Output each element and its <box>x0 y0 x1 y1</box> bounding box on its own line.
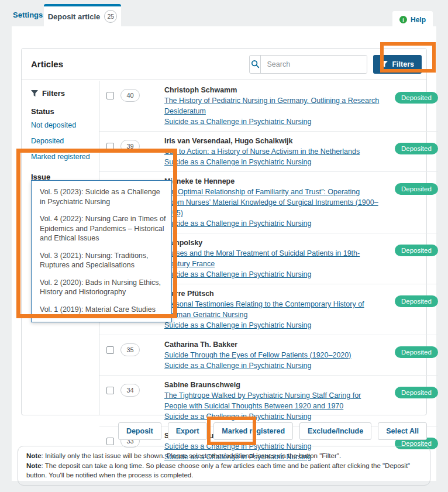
status-column: Deposited <box>380 339 438 371</box>
row-checkbox[interactable] <box>106 143 114 150</box>
article-issue: Suicide as a Challenge in Psychiatric Nu… <box>164 157 380 167</box>
article-title-link[interactable]: The History of Pediatric Nursing in Germ… <box>164 97 379 115</box>
table-row: 34Sabine BraunschweigThe Tightrope Walke… <box>99 376 438 426</box>
status-link-marked-registered[interactable]: Marked registered <box>31 153 99 161</box>
articles-header: Articles Filters <box>22 49 426 80</box>
article-issue-link[interactable]: Suicide as a Challenge in Psychiatric Nu… <box>164 270 312 278</box>
article-title-link[interactable]: Call to Action: a History of Nurse Activ… <box>164 147 360 156</box>
deposit-button[interactable]: Deposit <box>118 422 161 440</box>
article-id-chip: 39 <box>120 140 140 153</box>
status-link-not-deposited[interactable]: Not deposited <box>31 121 99 129</box>
table-row: 39Iris van Versendaal, Hugo SchalkwijkCa… <box>99 132 438 172</box>
article-title-link[interactable]: “An Optimal Relationship of Familiarity … <box>164 188 378 217</box>
article-title-link[interactable]: The Tightrope Walked by Psychiatric Nurs… <box>164 391 361 410</box>
issue-option[interactable]: Vol. 4 (2022): Nursing Care in Times of … <box>32 214 171 243</box>
select-all-button[interactable]: Select All <box>378 422 427 440</box>
tab-deposit-article-label: Deposit article <box>48 12 101 21</box>
status-badge: Deposited <box>395 245 438 256</box>
article-id-chip: 34 <box>120 384 140 397</box>
article-authors: Yampolsky <box>164 238 380 248</box>
status-badge: Deposited <box>395 346 438 358</box>
article-authors: Mieneke te Hennepe <box>164 176 380 187</box>
tab-deposit-article[interactable]: Deposit article 25 <box>44 4 121 26</box>
article-id-chip: 40 <box>120 89 140 102</box>
note-label: Note <box>26 452 42 459</box>
table-row: 35Catharina Th. BakkerSuicide Through th… <box>99 335 438 376</box>
status-link-deposited[interactable]: Deposited <box>31 137 99 145</box>
note-text: : Initially only the last issue will be … <box>42 452 342 459</box>
note-line: Note: Initially only the last issue will… <box>26 451 422 461</box>
status-badge: Deposited <box>395 143 438 154</box>
issue-option[interactable]: Vol. 3 (2021): Nursing: Traditions, Rupt… <box>32 251 171 270</box>
article-authors: Catharina Th. Bakker <box>164 339 380 350</box>
help-button[interactable]: i Help <box>392 11 433 28</box>
article-issue-link[interactable]: Suicide as a Challenge in Psychiatric Nu… <box>164 321 312 329</box>
article-issue-link[interactable]: Suicide as a Challenge in Psychiatric Nu… <box>164 219 312 228</box>
article-authors: Christoph Schwamm <box>164 85 380 95</box>
status-column: Deposited <box>380 238 438 280</box>
status-column: Deposited <box>380 288 438 331</box>
marked-registered-button[interactable]: Marked registered <box>213 422 293 440</box>
article-info: Mieneke te Hennepe“An Optimal Relationsh… <box>164 176 380 229</box>
article-info: Iris van Versendaal, Hugo SchalkwijkCall… <box>164 136 380 167</box>
article-issue: Suicide as a Challenge in Psychiatric Nu… <box>164 411 380 422</box>
page: Settings Deposit article 25 i Help Artic… <box>0 0 448 492</box>
export-button[interactable]: Export <box>168 422 208 440</box>
articles-title: Articles <box>31 59 63 69</box>
article-info: Christoph SchwammThe History of Pediatri… <box>164 85 380 127</box>
tab-settings[interactable]: Settings <box>13 11 43 19</box>
article-title-link[interactable]: Personal Testimonies Relating to the Con… <box>164 300 364 319</box>
note-line: Note: The deposit can take a long time. … <box>26 461 422 480</box>
table-row: 40Christoph SchwammThe History of Pediat… <box>99 81 438 132</box>
help-label: Help <box>411 16 426 24</box>
row-checkbox[interactable] <box>106 387 114 394</box>
filters-button[interactable]: Filters <box>373 55 422 74</box>
funnel-icon <box>381 61 388 67</box>
note-text: : The deposit can take a long time. So p… <box>26 462 410 479</box>
article-info: Pierre PfütschPersonal Testimonies Relat… <box>164 288 380 331</box>
note-label: Note <box>26 462 42 469</box>
search-input[interactable] <box>261 56 367 73</box>
status-column: Deposited <box>380 380 438 422</box>
article-issue: Suicide as a Challenge in Psychiatric Nu… <box>164 269 380 280</box>
search-box <box>249 55 367 74</box>
status-badge: Deposited <box>395 295 438 307</box>
article-issue-link[interactable]: Suicide as a Challenge in Psychiatric Nu… <box>164 412 312 421</box>
article-title-link[interactable]: Suicide Through the Eyes of Fellow Patie… <box>164 351 351 359</box>
exclude-include-button[interactable]: Exclude/Include <box>299 422 371 440</box>
issue-option[interactable]: Vol. 5 (2023): Suicide as a Challenge in… <box>32 187 171 207</box>
issue-option[interactable]: Vol. 2 (2020): Bads in Nursing Ethics, H… <box>32 278 171 297</box>
article-issue-link[interactable]: Suicide as a Challenge in Psychiatric Nu… <box>164 158 312 166</box>
status-column: Deposited <box>380 85 438 127</box>
filters-button-label: Filters <box>392 60 414 68</box>
notes-box: Note: Initially only the last issue will… <box>18 446 430 486</box>
article-info: Catharina Th. BakkerSuicide Through the … <box>164 339 380 371</box>
funnel-icon <box>31 90 38 97</box>
tab-bar: Settings Deposit article 25 i Help <box>0 0 448 26</box>
issue-option[interactable]: Vol. 1 (2019): Material Care Studies <box>32 305 171 315</box>
status-badge: Deposited <box>395 183 438 195</box>
status-heading: Status <box>31 107 99 116</box>
article-info: Sabine BraunschweigThe Tightrope Walked … <box>164 380 380 422</box>
article-id-chip: 35 <box>120 343 140 356</box>
article-issue-link[interactable]: Suicide as a Challenge in Psychiatric Nu… <box>164 118 312 126</box>
sidebar-filters-heading: Filters <box>31 89 99 98</box>
status-badge: Deposited <box>395 92 438 104</box>
article-authors: Sabine Braunschweig <box>164 380 380 390</box>
article-issue-link[interactable]: Suicide as a Challenge in Psychiatric Nu… <box>164 362 312 370</box>
deposit-count-badge: 25 <box>104 10 117 23</box>
article-issue: Suicide as a Challenge in Psychiatric Nu… <box>164 218 380 229</box>
article-issue: Suicide as a Challenge in Psychiatric Nu… <box>164 116 380 127</box>
status-column: Deposited <box>380 176 438 229</box>
help-info-icon: i <box>399 16 407 23</box>
article-issue: Suicide as a Challenge in Psychiatric Nu… <box>164 320 380 331</box>
row-checkbox[interactable] <box>106 92 114 99</box>
status-badge: Deposited <box>395 387 438 398</box>
article-issue: Suicide as a Challenge in Psychiatric Nu… <box>164 360 380 371</box>
article-title-link[interactable]: Nurses and the Moral Treatment of Suicid… <box>164 249 360 268</box>
actions-bar: DepositExportMarked registeredExclude/In… <box>21 422 427 440</box>
issue-autocomplete-dropdown: Vol. 5 (2023): Suicide as a Challenge in… <box>31 180 172 322</box>
row-checkbox[interactable] <box>106 346 114 354</box>
article-authors: Iris van Versendaal, Hugo Schalkwijk <box>164 136 380 146</box>
search-icon[interactable] <box>250 56 261 73</box>
